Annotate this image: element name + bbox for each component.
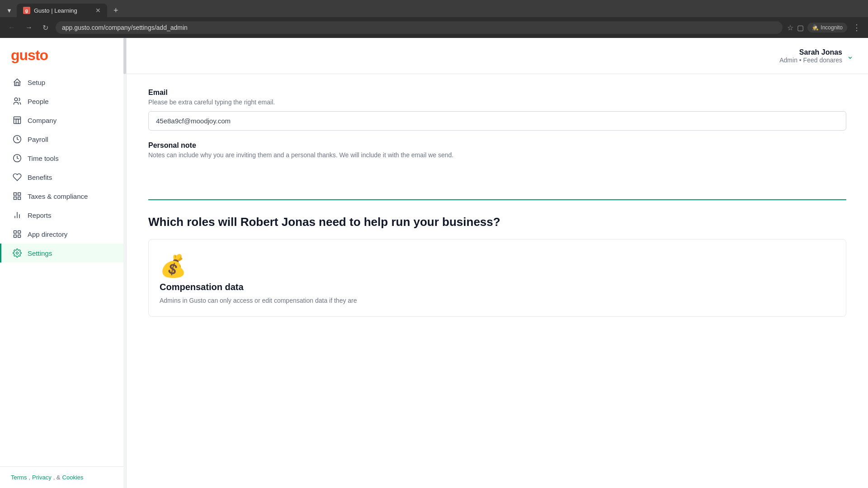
svg-point-0 <box>14 98 18 101</box>
app-container: gusto Setup People Company <box>0 38 868 488</box>
personal-note-label: Personal note <box>148 141 846 150</box>
address-bar: ← → ↻ ☆ ▢ 🕵 Incognito ⋮ <box>0 17 868 38</box>
new-tab-button[interactable]: + <box>109 4 123 17</box>
roles-section: Which roles will Robert Jonas need to he… <box>148 215 846 317</box>
split-screen-icon[interactable]: ▢ <box>797 23 804 32</box>
tab-favicon: g <box>23 7 30 14</box>
forward-button[interactable]: → <box>23 22 35 33</box>
compensation-icon: 💰 <box>160 250 187 282</box>
scrollbar-track <box>123 38 126 488</box>
reports-label: Reports <box>28 211 52 219</box>
reports-icon <box>12 210 22 220</box>
terms-link[interactable]: Terms <box>11 474 27 481</box>
taxes-label: Taxes & compliance <box>28 192 88 200</box>
sidebar-item-app-directory[interactable]: App directory <box>0 225 126 244</box>
bookmark-icon[interactable]: ☆ <box>787 23 793 32</box>
svg-rect-5 <box>18 193 21 196</box>
compensation-role-card[interactable]: 💰 Compensation data Admins in Gusto can … <box>148 239 846 317</box>
app-header: Sarah Jonas Admin • Feed donares ⌄ <box>127 38 868 74</box>
benefits-label: Benefits <box>28 174 52 181</box>
user-menu[interactable]: Sarah Jonas Admin • Feed donares ⌄ <box>779 48 854 64</box>
compensation-card-title: Compensation data <box>160 282 835 292</box>
url-input[interactable] <box>56 21 783 34</box>
sidebar-item-people[interactable]: People <box>0 92 126 111</box>
logo-area: gusto <box>0 47 126 73</box>
address-actions: ☆ ▢ 🕵 Incognito ⋮ <box>787 21 863 34</box>
sidebar-scroll: gusto Setup People Company <box>0 38 126 466</box>
sidebar-item-setup[interactable]: Setup <box>0 73 126 92</box>
personal-note-section: Personal note Notes can include why you … <box>148 141 846 200</box>
tab-title: Gusto | Learning <box>34 7 92 14</box>
home-icon <box>12 77 22 87</box>
personal-note-desc: Notes can include why you are inviting t… <box>148 151 846 159</box>
scrollbar-thumb[interactable] <box>123 38 126 74</box>
active-tab[interactable]: g Gusto | Learning ✕ <box>17 4 107 17</box>
setup-label: Setup <box>28 79 45 86</box>
sidebar-item-time-tools[interactable]: Time tools <box>0 149 126 168</box>
grid-icon <box>12 191 22 201</box>
time-tools-label: Time tools <box>28 155 59 162</box>
settings-label: Settings <box>28 249 52 257</box>
sidebar: gusto Setup People Company <box>0 38 127 488</box>
footer-separator-2: , & <box>53 474 61 481</box>
apps-icon <box>12 229 22 239</box>
svg-point-12 <box>16 252 19 254</box>
sidebar-item-settings[interactable]: Settings <box>0 244 126 263</box>
email-desc: Please be extra careful typing the right… <box>148 99 846 106</box>
sidebar-item-company[interactable]: Company <box>0 111 126 130</box>
payroll-label: Payroll <box>28 136 48 143</box>
user-details: Sarah Jonas Admin • Feed donares <box>779 48 842 64</box>
sidebar-item-benefits[interactable]: Benefits <box>0 168 126 187</box>
incognito-icon: 🕵 <box>812 24 819 31</box>
svg-rect-7 <box>18 197 21 200</box>
svg-rect-8 <box>14 231 17 234</box>
app-directory-label: App directory <box>28 230 67 238</box>
email-input[interactable] <box>148 111 846 131</box>
gusto-logo: gusto <box>11 47 115 64</box>
sidebar-item-payroll[interactable]: Payroll <box>0 130 126 149</box>
heart-icon <box>12 172 22 182</box>
tab-close-button[interactable]: ✕ <box>95 7 101 14</box>
chevron-down-icon: ⌄ <box>847 51 854 61</box>
user-name: Sarah Jonas <box>779 48 842 56</box>
svg-rect-11 <box>18 235 21 238</box>
sidebar-item-taxes[interactable]: Taxes & compliance <box>0 187 126 206</box>
company-label: Company <box>28 117 57 124</box>
roles-title: Which roles will Robert Jonas need to he… <box>148 215 846 230</box>
svg-rect-6 <box>14 197 17 200</box>
sidebar-footer: Terms , Privacy , & Cookies <box>0 466 126 488</box>
main-area: Sarah Jonas Admin • Feed donares ⌄ Email… <box>127 38 868 488</box>
email-label: Email <box>148 89 846 97</box>
browser-menu-button[interactable]: ⋮ <box>851 21 863 34</box>
email-section: Email Please be extra careful typing the… <box>148 89 846 141</box>
privacy-link[interactable]: Privacy <box>32 474 52 481</box>
browser-chrome: ▼ g Gusto | Learning ✕ + ← → ↻ ☆ ▢ 🕵 Inc… <box>0 0 868 38</box>
payroll-icon <box>12 134 22 144</box>
tab-bar: ▼ g Gusto | Learning ✕ + <box>0 0 868 17</box>
sidebar-item-reports[interactable]: Reports <box>0 206 126 225</box>
svg-rect-9 <box>18 231 21 234</box>
reload-button[interactable]: ↻ <box>40 22 51 34</box>
user-role: Admin • Feed donares <box>779 56 842 64</box>
people-icon <box>12 96 22 106</box>
page-content: Email Please be extra careful typing the… <box>127 74 868 488</box>
footer-links: Terms , Privacy , & Cookies <box>11 474 115 481</box>
gear-icon <box>12 248 22 258</box>
footer-separator-1: , <box>28 474 30 481</box>
time-tools-icon <box>12 153 22 163</box>
svg-rect-10 <box>14 235 17 238</box>
incognito-button[interactable]: 🕵 Incognito <box>807 23 847 33</box>
svg-rect-4 <box>14 193 17 196</box>
back-button[interactable]: ← <box>5 22 18 33</box>
tab-list-button[interactable]: ▼ <box>4 5 15 16</box>
building-icon <box>12 115 22 125</box>
personal-note-textarea[interactable] <box>148 164 846 200</box>
people-label: People <box>28 98 49 105</box>
compensation-card-desc: Admins in Gusto can only access or edit … <box>160 296 835 305</box>
svg-rect-1 <box>14 117 21 124</box>
cookies-link[interactable]: Cookies <box>62 474 84 481</box>
